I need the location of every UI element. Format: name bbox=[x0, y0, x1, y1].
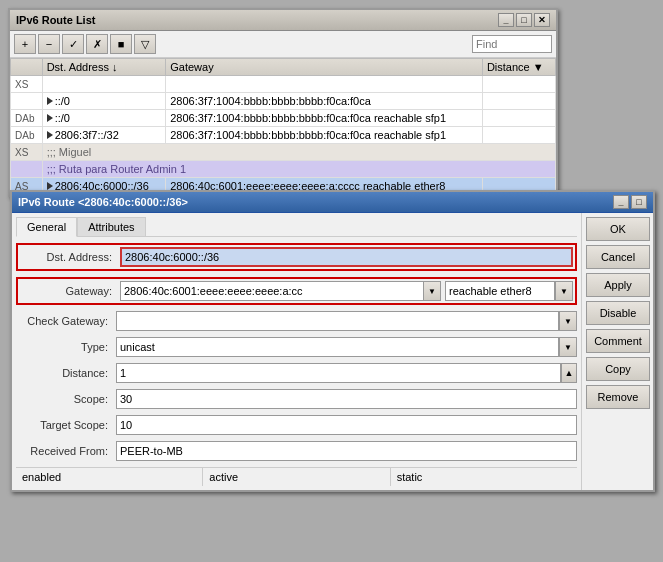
gateway-combo: ▼ bbox=[120, 281, 441, 301]
distance-label: Distance: bbox=[16, 367, 116, 379]
list-minimize-button[interactable]: _ bbox=[498, 13, 514, 27]
status-static: static bbox=[391, 468, 577, 486]
row-distance bbox=[482, 76, 555, 93]
ipv6-route-list-window: IPv6 Route List _ □ ✕ + − ✓ ✗ ■ ▽ Dst. A… bbox=[8, 8, 558, 197]
scope-group: Scope: bbox=[16, 389, 577, 409]
route-table: Dst. Address ↓ Gateway Distance ▼ XS ::/… bbox=[10, 58, 556, 195]
check-button[interactable]: ✓ bbox=[62, 34, 84, 54]
row-dst: ::/0 bbox=[42, 110, 166, 127]
list-title-bar: IPv6 Route List _ □ ✕ bbox=[10, 10, 556, 31]
gateway-input[interactable] bbox=[120, 281, 423, 301]
tab-attributes[interactable]: Attributes bbox=[77, 217, 145, 236]
list-window-controls: _ □ ✕ bbox=[498, 13, 550, 27]
check-gateway-field: ▼ bbox=[116, 311, 577, 331]
target-scope-label: Target Scope: bbox=[16, 419, 116, 431]
row-gateway bbox=[166, 76, 483, 93]
row-flag: XS bbox=[11, 76, 43, 93]
check-gateway-arrow[interactable]: ▼ bbox=[559, 311, 577, 331]
remove-button[interactable]: − bbox=[38, 34, 60, 54]
dst-address-group: Dst. Address: bbox=[16, 243, 577, 271]
target-scope-input[interactable] bbox=[116, 415, 577, 435]
table-row[interactable]: ::/0 2806:3f7:1004:bbbb:bbbb:bbbb:f0ca:f… bbox=[11, 93, 556, 110]
add-button[interactable]: + bbox=[14, 34, 36, 54]
type-input[interactable] bbox=[116, 337, 559, 357]
check-gateway-input[interactable] bbox=[116, 311, 559, 331]
dst-address-label: Dst. Address: bbox=[20, 251, 120, 263]
gateway-suffix-combo: ▼ bbox=[445, 281, 573, 301]
status-active: active bbox=[203, 468, 390, 486]
tab-general[interactable]: General bbox=[16, 217, 77, 237]
col-gateway[interactable]: Gateway bbox=[166, 59, 483, 76]
row-distance bbox=[482, 110, 555, 127]
gateway-suffix-arrow[interactable]: ▼ bbox=[555, 281, 573, 301]
dst-address-field bbox=[120, 247, 573, 267]
col-distance[interactable]: Distance ▼ bbox=[482, 59, 555, 76]
scope-field bbox=[116, 389, 577, 409]
remove-button[interactable]: Remove bbox=[586, 385, 650, 409]
distance-scroll-field: ▲ bbox=[116, 363, 577, 383]
row-dst: ::/0 bbox=[42, 93, 166, 110]
type-group: Type: ▼ bbox=[16, 337, 577, 357]
distance-scroll-btn[interactable]: ▲ bbox=[561, 363, 577, 383]
route-table-container: Dst. Address ↓ Gateway Distance ▼ XS ::/… bbox=[10, 58, 556, 195]
row-distance bbox=[482, 127, 555, 144]
list-title: IPv6 Route List bbox=[16, 14, 95, 26]
distance-input[interactable] bbox=[116, 363, 561, 383]
edit-window-controls: _ □ bbox=[613, 195, 647, 209]
comment-button[interactable]: Comment bbox=[586, 329, 650, 353]
apply-button[interactable]: Apply bbox=[586, 273, 650, 297]
table-row[interactable]: DAb 2806:3f7::/32 2806:3f7:1004:bbbb:bbb… bbox=[11, 127, 556, 144]
ok-button[interactable]: OK bbox=[586, 217, 650, 241]
list-toolbar: + − ✓ ✗ ■ ▽ bbox=[10, 31, 556, 58]
gateway-label: Gateway: bbox=[20, 285, 120, 297]
find-input[interactable] bbox=[472, 35, 552, 53]
type-arrow[interactable]: ▼ bbox=[559, 337, 577, 357]
edit-maximize-button[interactable]: □ bbox=[631, 195, 647, 209]
cancel-button[interactable]: Cancel bbox=[586, 245, 650, 269]
gateway-dropdown-arrow[interactable]: ▼ bbox=[423, 281, 441, 301]
edit-title: IPv6 Route <2806:40c:6000::/36> bbox=[18, 196, 188, 208]
row-dst bbox=[42, 76, 166, 93]
table-row-group[interactable]: XS ;;; Miguel bbox=[11, 144, 556, 161]
highlight-button[interactable]: ■ bbox=[110, 34, 132, 54]
list-close-button[interactable]: ✕ bbox=[534, 13, 550, 27]
edit-title-bar: IPv6 Route <2806:40c:6000::/36> _ □ bbox=[12, 192, 653, 213]
edit-content: General Attributes Dst. Address: Gateway… bbox=[12, 213, 653, 490]
col-dst[interactable]: Dst. Address ↓ bbox=[42, 59, 166, 76]
received-from-label: Received From: bbox=[16, 445, 116, 457]
gateway-group: Gateway: ▼ ▼ bbox=[16, 277, 577, 305]
received-from-input[interactable] bbox=[116, 441, 577, 461]
row-dst: 2806:3f7::/32 bbox=[42, 127, 166, 144]
cancel-button[interactable]: ✗ bbox=[86, 34, 108, 54]
copy-button[interactable]: Copy bbox=[586, 357, 650, 381]
status-bar: enabled active static bbox=[16, 467, 577, 486]
row-flag: XS bbox=[11, 144, 43, 161]
scope-input[interactable] bbox=[116, 389, 577, 409]
filter-button[interactable]: ▽ bbox=[134, 34, 156, 54]
table-row[interactable]: XS bbox=[11, 76, 556, 93]
row-group-label: ;;; Miguel bbox=[42, 144, 555, 161]
disable-button[interactable]: Disable bbox=[586, 301, 650, 325]
row-gateway: 2806:3f7:1004:bbbb:bbbb:bbbb:f0ca:f0ca bbox=[166, 93, 483, 110]
edit-minimize-button[interactable]: _ bbox=[613, 195, 629, 209]
row-distance bbox=[482, 93, 555, 110]
list-maximize-button[interactable]: □ bbox=[516, 13, 532, 27]
gateway-field: ▼ ▼ bbox=[120, 281, 573, 301]
table-row-admin[interactable]: ;;; Ruta para Router Admin 1 bbox=[11, 161, 556, 178]
type-label: Type: bbox=[16, 341, 116, 353]
table-row[interactable]: DAb ::/0 2806:3f7:1004:bbbb:bbbb:bbbb:f0… bbox=[11, 110, 556, 127]
edit-tabs: General Attributes bbox=[16, 217, 577, 237]
row-gateway: 2806:3f7:1004:bbbb:bbbb:bbbb:f0ca:f0ca r… bbox=[166, 110, 483, 127]
received-from-group: Received From: bbox=[16, 441, 577, 461]
received-from-field bbox=[116, 441, 577, 461]
target-scope-group: Target Scope: bbox=[16, 415, 577, 435]
dst-address-input[interactable] bbox=[120, 247, 573, 267]
target-scope-field bbox=[116, 415, 577, 435]
row-flag bbox=[11, 161, 43, 178]
status-enabled: enabled bbox=[16, 468, 203, 486]
type-field: ▼ bbox=[116, 337, 577, 357]
row-flag: DAb bbox=[11, 127, 43, 144]
ipv6-route-edit-window: IPv6 Route <2806:40c:6000::/36> _ □ Gene… bbox=[10, 190, 655, 492]
check-gateway-label: Check Gateway: bbox=[16, 315, 116, 327]
gateway-suffix-input[interactable] bbox=[445, 281, 555, 301]
